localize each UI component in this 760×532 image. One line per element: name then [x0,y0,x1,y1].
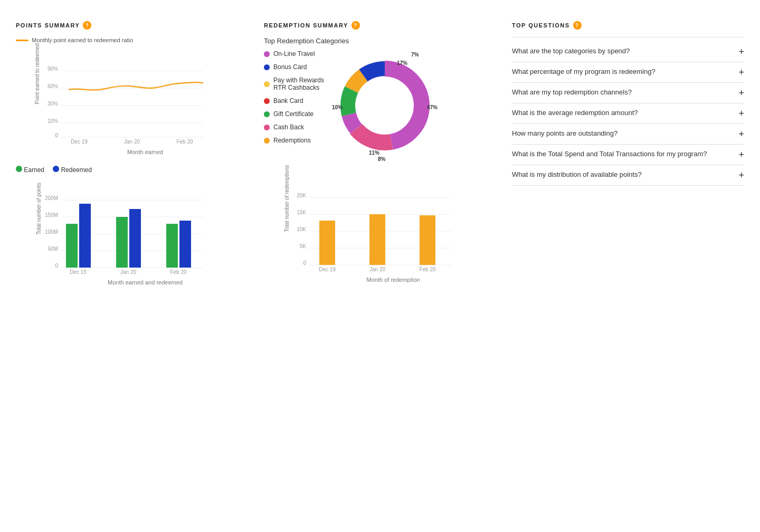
svg-rect-57 [420,215,435,265]
redemption-summary-title: REDEMPTION SUMMARY ? [264,21,496,30]
svg-text:Dec 19: Dec 19 [70,269,87,275]
expand-icon-1[interactable]: + [738,47,744,56]
svg-text:0: 0 [303,260,306,266]
svg-text:10%: 10% [332,104,343,110]
svg-rect-25 [116,217,128,268]
question-item-6[interactable]: What is the Total Spend and Total Transa… [512,145,744,165]
line-chart: 0 10% 30% 60% 90% Dec 19 Jan 20 Feb 20 [42,48,206,145]
question-item-4[interactable]: What is the average redemption amount? + [512,103,744,124]
svg-rect-24 [79,204,91,268]
points-summary-section: POINTS SUMMARY ? Monthly point earned to… [16,21,248,286]
cat-gift-certificate: Gift Certificate [264,110,324,118]
svg-text:47%: 47% [427,104,438,110]
svg-text:20K: 20K [297,193,306,198]
svg-text:90%: 90% [48,66,58,72]
cat-cash-back: Cash Back [264,124,324,131]
expand-icon-4[interactable]: + [738,109,744,118]
svg-text:7%: 7% [411,52,419,58]
top-questions-section: TOP QUESTIONS ? What are the top categor… [512,21,744,286]
expand-icon-5[interactable]: + [738,129,744,139]
expand-icon-3[interactable]: + [738,88,744,98]
redemption-bar-section: Total number of redemptions 0 5K 10K 15K… [264,175,496,283]
line-y-axis-label: Point earned to redeemed [34,62,40,104]
donut-chart: 47% 17% 7% 10% 11% 8% [329,50,440,163]
svg-text:Dec 19: Dec 19 [71,139,88,145]
svg-text:50M: 50M [48,246,58,252]
svg-rect-26 [129,209,141,268]
svg-text:150M: 150M [45,212,58,218]
svg-text:11%: 11% [369,150,379,156]
bar-legend-row: Earned Redeemed [16,166,248,174]
cat-dot-redemptions [264,138,270,144]
svg-rect-55 [319,221,335,265]
cat-dot-gift-certificate [264,111,270,117]
svg-text:100M: 100M [45,229,58,235]
svg-text:17%: 17% [397,60,407,66]
svg-text:8%: 8% [378,156,386,162]
question-item-3[interactable]: What are my top redemption channels? + [512,83,744,103]
redemption-bar-chart: 0 5K 10K 15K 20K Dec 19 Jan 20 [290,175,454,273]
svg-text:0: 0 [55,132,58,138]
question-item-5[interactable]: How many points are outstanding? + [512,124,744,145]
question-item-7[interactable]: What is my distribution of available poi… [512,165,744,186]
line-chart-legend: Monthly point earned to redeemed ratio [16,37,248,43]
cat-bank-card: Bank Card [264,97,324,104]
cat-dot-bonus-card [264,64,270,70]
svg-rect-28 [179,221,191,268]
categories-list: On-Line Travel Bonus Card Pay with Rewar… [264,50,324,150]
svg-text:60%: 60% [48,83,58,89]
top-questions-help-icon[interactable]: ? [573,21,582,30]
svg-text:200M: 200M [45,195,58,201]
svg-rect-23 [66,224,78,268]
redemption-bar-x-label: Month of redemption [290,277,496,283]
cat-dot-cash-back [264,125,270,130]
cat-dot-online-travel [264,51,270,57]
top-questions-title: TOP QUESTIONS ? [512,21,744,30]
svg-rect-56 [369,214,385,265]
expand-icon-6[interactable]: + [738,150,744,159]
points-summary-help-icon[interactable]: ? [83,21,91,30]
svg-text:30%: 30% [48,101,58,107]
cat-online-travel: On-Line Travel [264,50,324,58]
svg-text:Feb 20: Feb 20 [170,269,187,275]
svg-text:5K: 5K [300,243,307,249]
svg-text:Jan 20: Jan 20 [120,269,136,275]
svg-text:15K: 15K [297,210,306,215]
redemption-bar-y-label: Total number of redemptions [284,185,290,232]
expand-icon-7[interactable]: + [738,170,744,180]
earned-dot [16,166,22,172]
points-bar-chart: 0 50M 100M 150M 200M [42,178,206,276]
line-legend-icon [16,40,28,41]
points-summary-title: POINTS SUMMARY ? [16,21,248,30]
redeemed-dot [53,166,59,172]
svg-text:10K: 10K [297,226,306,232]
svg-text:Feb 20: Feb 20 [419,267,436,272]
question-item-2[interactable]: What percentage of my program is redeemi… [512,62,744,83]
svg-text:Jan 20: Jan 20 [369,267,385,272]
svg-text:Feb 20: Feb 20 [176,139,193,145]
cat-dot-pay-rewards [264,81,270,87]
cat-redemptions: Redemptions [264,137,324,144]
svg-rect-27 [166,224,178,268]
redemption-summary-help-icon[interactable]: ? [352,21,360,30]
bar-x-axis-label: Month earned and redeemed [42,279,248,286]
svg-text:Dec 19: Dec 19 [319,267,336,272]
question-item-1[interactable]: What are the top categories by spend? + [512,42,744,62]
svg-text:10%: 10% [48,118,58,124]
redemption-summary-section: REDEMPTION SUMMARY ? Top Redemption Cate… [264,21,496,286]
svg-text:Jan 20: Jan 20 [124,139,140,145]
cat-dot-bank-card [264,98,270,104]
cat-bonus-card: Bonus Card [264,63,324,71]
bar-y-axis-label: Total number of points [36,187,42,235]
expand-icon-2[interactable]: + [738,68,744,77]
top-questions-divider [512,37,744,37]
cat-pay-rewards: Pay with RewardsRTR Cashbacks [264,77,324,91]
svg-point-38 [361,82,408,129]
redemption-subtitle: Top Redemption Categories [264,37,496,45]
svg-text:0: 0 [55,263,58,269]
line-x-axis-label: Month earned [42,149,248,155]
